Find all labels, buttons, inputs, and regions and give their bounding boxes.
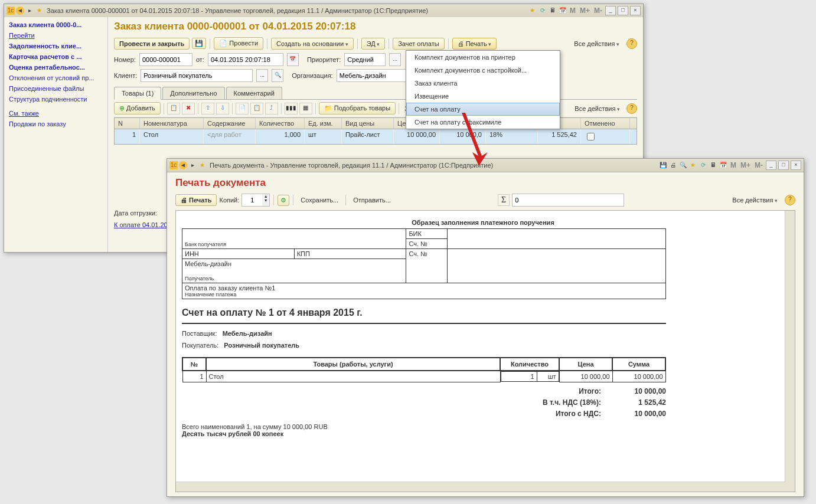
fwd-icon[interactable]: ▸ [188,161,197,169]
help-icon[interactable]: ? [785,195,795,205]
menu-notice[interactable]: Извещение [406,90,560,103]
sidebar-item-goto[interactable]: Перейти [4,30,107,41]
menu-print-set[interactable]: Комплект документов на принтер [406,51,560,64]
print-button[interactable]: 🖨 Печать [452,38,497,50]
header-unit[interactable]: Ед. изм. [305,118,342,129]
maximize-button[interactable]: □ [618,6,628,15]
hscrollbar[interactable] [176,482,785,492]
mem-mm[interactable]: M- [593,6,603,15]
sidebar-item-seealso[interactable]: См. также [4,108,107,119]
sidebar-item-profit[interactable]: Оценка рентабельнос... [4,62,107,73]
back-icon[interactable]: ◄ [179,161,187,169]
sidebar-item-files[interactable]: Присоединенные файлы [4,83,107,94]
add-button[interactable]: ⊕ Добавить [114,102,161,114]
priority-input[interactable] [344,53,386,66]
table-row[interactable]: 1 Стол <для работ 1,000 шт Прайс-лист 10… [115,129,637,144]
minimize-button[interactable]: _ [605,6,616,15]
ed-button[interactable]: ЭД [361,38,386,50]
tab-comment[interactable]: Комментарий [226,87,282,99]
client-label: Клиент: [114,72,137,79]
mem-mp[interactable]: M+ [579,6,591,15]
number-input[interactable] [139,53,192,66]
post-button[interactable]: 📄 Провести [214,37,263,50]
date-input[interactable] [208,53,283,66]
cancel-checkbox[interactable] [587,133,595,140]
back-icon[interactable]: ◄ [16,6,24,15]
sum-field[interactable] [512,194,624,207]
header-qty[interactable]: Количество [256,118,305,129]
help-icon[interactable]: ? [626,38,637,49]
copies-spinner[interactable]: ▲▼ [241,194,270,207]
submit-close-button[interactable]: Провести и закрыть [114,38,190,50]
paste-icon[interactable]: 📋 [250,103,263,114]
star-icon[interactable]: ★ [198,161,206,169]
priority-select-button[interactable]: ... [389,53,401,66]
send-button[interactable]: Отправить... [350,195,394,205]
mem-mm[interactable]: M- [753,161,764,169]
table-icon[interactable]: ▦ [299,103,312,114]
mem-m[interactable]: M [569,6,577,15]
pay-link[interactable]: К оплате 04.01.201 [114,221,171,228]
split-icon[interactable]: ⤴ [265,103,278,114]
vscrollbar[interactable] [785,211,795,492]
print-button[interactable]: 🖨 Печать [175,194,217,206]
sidebar-item-structure[interactable]: Структура подчиненности [4,94,107,104]
print-icon[interactable]: 🖨 [669,161,677,169]
calendar-icon[interactable]: 📅 [559,6,567,15]
doc-icon[interactable]: 📄 [236,103,249,114]
fav-icon[interactable]: ★ [528,6,537,15]
menu-print-custom[interactable]: Комплект документов с настройкой... [406,64,560,77]
tab-goods[interactable]: Товары (1) [114,87,161,100]
document-area[interactable]: Образец заполнения платежного поручения … [175,210,795,492]
header-desc[interactable]: Содержание [204,118,256,129]
save-icon[interactable]: 💾 [659,161,667,169]
all-actions-button[interactable]: Все действия [727,195,782,205]
sidebar-item-debt[interactable]: Задолженность клие... [4,41,107,51]
pick-goods-button[interactable]: 📁 Подобрать товары [319,102,396,114]
star-icon[interactable]: ★ [35,6,43,15]
calc-icon[interactable]: 🖩 [549,6,557,15]
history-icon[interactable]: ⟳ [699,161,707,169]
offset-button[interactable]: Зачет оплаты [393,38,444,50]
copy-icon[interactable]: 📋 [167,103,180,114]
all-actions-button[interactable]: Все действия [569,38,624,49]
mem-m[interactable]: M [729,161,737,169]
move-up-icon[interactable]: ⇧ [201,103,214,114]
delete-icon[interactable]: ✖ [182,103,195,114]
header-n[interactable]: N [115,118,140,129]
sidebar-item-card[interactable]: Карточка расчетов с ... [4,51,107,62]
tab-all-actions-button[interactable]: Все действия [570,103,625,114]
client-input[interactable] [141,69,253,82]
preview-icon[interactable]: 🔍 [679,161,687,169]
sidebar-item-deviations[interactable]: Отклонения от условий пр... [4,73,107,83]
maximize-button[interactable]: □ [778,161,789,170]
client-select-button[interactable]: ... [256,69,268,82]
mem-mp[interactable]: M+ [739,161,752,169]
date-picker-button[interactable]: 📅 [287,53,299,66]
client-open-button[interactable]: 🔍 [272,69,283,82]
tab-additional[interactable]: Дополнительно [162,87,224,99]
save-icon[interactable]: 💾 [192,38,206,49]
calc-icon[interactable]: 🖩 [709,161,717,169]
sum-icon[interactable]: Σ [498,194,510,206]
sidebar-item-order[interactable]: Заказ клиента 0000-0... [4,19,107,30]
sidebar-item-sales[interactable]: Продажи по заказу [4,119,107,129]
minimize-button[interactable]: _ [766,161,776,170]
fwd-icon[interactable]: ▸ [25,6,34,15]
fav-icon[interactable]: ★ [689,161,697,169]
header-cancel[interactable]: Отменено [581,118,630,129]
help-icon[interactable]: ? [626,103,637,114]
header-pricetype[interactable]: Вид цены [342,118,394,129]
close-button[interactable]: × [791,161,801,170]
menu-order[interactable]: Заказ клиента [406,77,560,90]
settings-button[interactable]: ⚙ [278,195,289,206]
close-button[interactable]: × [630,6,641,15]
create-on-button[interactable]: Создать на основании [271,38,354,50]
save-button[interactable]: Сохранить... [297,195,342,205]
calendar-icon[interactable]: 📅 [719,161,727,169]
history-icon[interactable]: ⟳ [538,6,547,15]
barcode-icon[interactable]: ▮▮▮ [285,103,298,114]
copies-input[interactable] [242,194,262,206]
header-nom[interactable]: Номенклатура [140,118,204,129]
move-down-icon[interactable]: ⇩ [216,103,229,114]
